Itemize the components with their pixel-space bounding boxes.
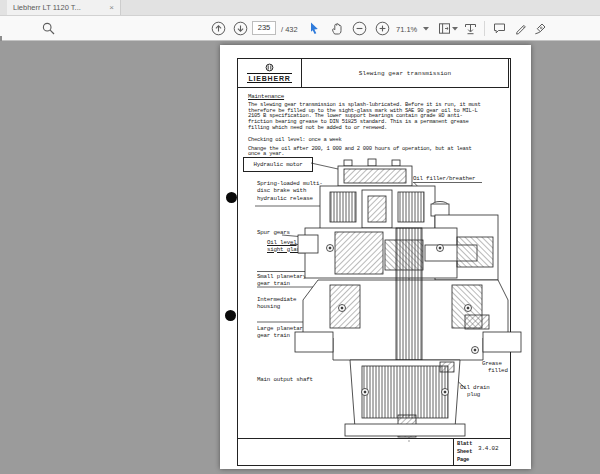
label-oil-level-sight-glass: Oil levelsight glass xyxy=(267,239,303,253)
zoom-out-icon[interactable] xyxy=(352,21,367,36)
label-hydraulic-motor: Hydraulic motor xyxy=(243,157,313,172)
document-tab[interactable]: Liebherr LT 1120 T... × xyxy=(7,0,121,15)
hand-tool-icon[interactable] xyxy=(330,21,345,36)
zoom-level-value[interactable]: 71.1% xyxy=(396,25,417,34)
toolbar-separator xyxy=(484,21,485,36)
page-header: LIEBHERR Slewing gear transmission xyxy=(237,58,509,88)
maintenance-heading: Maintenance xyxy=(248,93,284,100)
zoom-dropdown-caret[interactable] xyxy=(423,26,438,41)
comment-icon[interactable] xyxy=(492,21,507,36)
page-title: Slewing gear transmission xyxy=(359,70,452,77)
pdf-toolbar: / 432 71.1% xyxy=(0,16,600,41)
liebherr-logo: LIEBHERR xyxy=(238,59,302,87)
label-intermediate-housing: Intermediatehousing xyxy=(257,296,296,310)
tab-bar: Liebherr LT 1120 T... × xyxy=(0,0,600,16)
label-oil-filler-breather: Oil filler/breather xyxy=(413,175,475,182)
liebherr-crest-icon xyxy=(265,63,274,72)
label-main-output-shaft: Main output shaft xyxy=(257,376,313,383)
label-small-planetary: Small planetarygear train xyxy=(257,274,306,288)
maintenance-paragraph-line: filling which need not be added to or re… xyxy=(248,125,387,131)
footer-page: Page xyxy=(457,457,469,463)
scanned-manual-page: LIEBHERR Slewing gear transmission Maint… xyxy=(220,45,531,469)
punch-hole-top xyxy=(226,192,237,203)
label-grease-filled2: filled xyxy=(488,367,508,374)
label-large-planetary: Large planetarygear train xyxy=(257,325,306,339)
check-oil-line: Checking oil level: once a week xyxy=(248,137,342,143)
pdf-viewer-window: Liebherr LT 1120 T... × / 432 71.1% xyxy=(0,0,600,474)
label-oil-drain-plug: Oil drain xyxy=(460,384,490,391)
tab-close-icon[interactable]: × xyxy=(109,4,114,12)
fit-width-icon[interactable] xyxy=(463,21,478,36)
footer-sheet-number: 3.4.02 xyxy=(478,445,498,452)
select-tool-icon[interactable] xyxy=(307,21,322,36)
page-count-label: / 432 xyxy=(281,25,298,34)
label-oil-drain-plug2: plug xyxy=(467,391,480,398)
label-oil-filled: Oil-filled xyxy=(475,269,495,283)
footer-sheet: Sheet xyxy=(457,449,472,455)
next-page-icon[interactable] xyxy=(233,21,248,36)
ink-sign-icon[interactable] xyxy=(533,21,548,36)
punch-hole-bottom xyxy=(225,310,236,321)
footer-divider xyxy=(237,438,510,439)
zoom-in-icon[interactable] xyxy=(375,21,390,36)
fill-sign-icon[interactable] xyxy=(514,21,529,36)
label-brake: Spring-loaded multi-disc brake withhydra… xyxy=(257,180,323,202)
label-spur-gears: Spur gears xyxy=(257,229,290,236)
find-icon[interactable] xyxy=(41,21,56,36)
previous-page-icon[interactable] xyxy=(211,21,226,36)
brand-wordmark: LIEBHERR xyxy=(247,73,291,83)
tab-title: Liebherr LT 1120 T... xyxy=(13,3,106,12)
footer-cell-divider xyxy=(453,438,454,465)
page-number-input[interactable] xyxy=(252,21,276,35)
pdf-canvas[interactable]: LIEBHERR Slewing gear transmission Maint… xyxy=(0,41,600,474)
footer-blatt: Blatt xyxy=(457,441,472,447)
page-fit-icon[interactable] xyxy=(437,21,452,36)
